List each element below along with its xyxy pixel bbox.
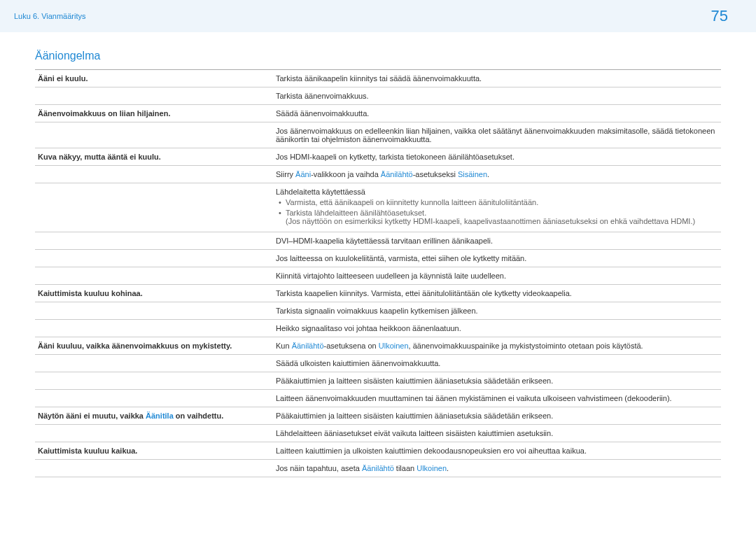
problem-label: Näytön ääni ei muutu, vaikka Äänitila on… bbox=[35, 407, 273, 425]
problem-label: Ääni kuuluu, vaikka äänenvoimakkuus on m… bbox=[35, 337, 273, 355]
ui-term: Äänilähtö bbox=[362, 464, 394, 472]
solution-text: Tarkista signaalin voimakkuus kaapelin k… bbox=[273, 302, 721, 320]
problem-label bbox=[35, 372, 273, 390]
problem-label bbox=[35, 425, 273, 442]
problem-label bbox=[35, 355, 273, 372]
problem-label bbox=[35, 122, 273, 148]
problem-label bbox=[35, 232, 273, 250]
table-row: Kiinnitä virtajohto laitteeseen uudellee… bbox=[35, 267, 721, 285]
table-row: Näytön ääni ei muutu, vaikka Äänitila on… bbox=[35, 407, 721, 425]
list-item: Tarkista lähdelaitteen äänilähtöasetukse… bbox=[276, 209, 718, 225]
solution-text: Tarkista äänikaapelin kiinnitys tai sääd… bbox=[273, 70, 721, 87]
problem-label bbox=[35, 320, 273, 337]
table-row: Äänenvoimakkuus on liian hiljainen. Sääd… bbox=[35, 105, 721, 122]
problem-label bbox=[35, 87, 273, 105]
solution-text: Jos äänenvoimakkuus on edelleenkin liian… bbox=[273, 122, 721, 148]
solution-text: Kiinnitä virtajohto laitteeseen uudellee… bbox=[273, 267, 721, 285]
problem-label bbox=[35, 250, 273, 267]
page-number: 75 bbox=[711, 7, 742, 25]
solution-text: Lähdelaitteen ääniasetukset eivät vaikut… bbox=[273, 425, 721, 442]
solution-text: Heikko signaalitaso voi johtaa heikkoon … bbox=[273, 320, 721, 337]
section-title: Ääniongelma bbox=[35, 50, 721, 62]
table-row: Ääni ei kuulu. Tarkista äänikaapelin kii… bbox=[35, 70, 721, 87]
bullet-list: Varmista, että äänikaapeli on kiinnitett… bbox=[276, 198, 718, 225]
table-row: Pääkaiuttimien ja laitteen sisäisten kai… bbox=[35, 372, 721, 390]
problem-label bbox=[35, 302, 273, 320]
ui-term: Äänilähtö bbox=[381, 170, 413, 178]
table-row: Laitteen äänenvoimakkuuden muuttaminen t… bbox=[35, 390, 721, 407]
solution-text: Jos HDMI-kaapeli on kytketty, tarkista t… bbox=[273, 148, 721, 166]
ui-term: Ulkoinen bbox=[379, 342, 409, 350]
problem-label: Kaiuttimista kuuluu kaikua. bbox=[35, 442, 273, 460]
ui-term: Ääni bbox=[295, 170, 311, 178]
table-row: Ääni kuuluu, vaikka äänenvoimakkuus on m… bbox=[35, 337, 721, 355]
table-row: Kaiuttimista kuuluu kohinaa. Tarkista ka… bbox=[35, 285, 721, 302]
solution-text: Pääkaiuttimien ja laitteen sisäisten kai… bbox=[273, 372, 721, 390]
solution-text: Lähdelaitetta käytettäessä Varmista, ett… bbox=[273, 183, 721, 232]
solution-text: Jos näin tapahtuu, aseta Äänilähtö tilaa… bbox=[273, 460, 721, 477]
table-row: Kuva näkyy, mutta ääntä ei kuulu. Jos HD… bbox=[35, 148, 721, 166]
ui-term: Sisäinen bbox=[458, 170, 487, 178]
table-row: Jos laitteessa on kuulokeliitäntä, varmi… bbox=[35, 250, 721, 267]
problem-label bbox=[35, 183, 273, 232]
ui-term: Äänitila bbox=[146, 412, 174, 420]
table-row: Tarkista äänenvoimakkuus. bbox=[35, 87, 721, 105]
solution-text: Jos laitteessa on kuulokeliitäntä, varmi… bbox=[273, 250, 721, 267]
problem-label bbox=[35, 460, 273, 477]
problem-label: Ääni ei kuulu. bbox=[35, 70, 273, 87]
problem-label bbox=[35, 390, 273, 407]
problem-label: Kaiuttimista kuuluu kohinaa. bbox=[35, 285, 273, 302]
page-header: Luku 6. Vianmääritys 75 bbox=[0, 0, 756, 32]
table-row: Säädä ulkoisten kaiuttimien äänenvoimakk… bbox=[35, 355, 721, 372]
problem-label bbox=[35, 166, 273, 183]
solution-text: Kun Äänilähtö-asetuksena on Ulkoinen, ää… bbox=[273, 337, 721, 355]
solution-text: Siirry Ääni-valikkoon ja vaihda Ääniläht… bbox=[273, 166, 721, 183]
solution-text: Laitteen kaiuttimien ja ulkoisten kaiutt… bbox=[273, 442, 721, 460]
ui-term: Ulkoinen bbox=[416, 464, 447, 472]
problem-label bbox=[35, 267, 273, 285]
list-item: Varmista, että äänikaapeli on kiinnitett… bbox=[276, 198, 718, 206]
table-row: Tarkista signaalin voimakkuus kaapelin k… bbox=[35, 302, 721, 320]
breadcrumb: Luku 6. Vianmääritys bbox=[14, 12, 86, 20]
solution-text: Laitteen äänenvoimakkuuden muuttaminen t… bbox=[273, 390, 721, 407]
table-row: Siirry Ääni-valikkoon ja vaihda Ääniläht… bbox=[35, 166, 721, 183]
problem-label: Kuva näkyy, mutta ääntä ei kuulu. bbox=[35, 148, 273, 166]
solution-text: Säädä äänenvoimakkuutta. bbox=[273, 105, 721, 122]
table-row: Jos äänenvoimakkuus on edelleenkin liian… bbox=[35, 122, 721, 148]
problem-label: Äänenvoimakkuus on liian hiljainen. bbox=[35, 105, 273, 122]
solution-text: Tarkista äänenvoimakkuus. bbox=[273, 87, 721, 105]
table-row: Lähdelaitetta käytettäessä Varmista, ett… bbox=[35, 183, 721, 232]
table-row: Lähdelaitteen ääniasetukset eivät vaikut… bbox=[35, 425, 721, 442]
table-row: Heikko signaalitaso voi johtaa heikkoon … bbox=[35, 320, 721, 337]
subheading: Lähdelaitetta käytettäessä bbox=[276, 188, 718, 196]
table-row: DVI–HDMI-kaapelia käytettäessä tarvitaan… bbox=[35, 232, 721, 250]
table-row: Jos näin tapahtuu, aseta Äänilähtö tilaa… bbox=[35, 460, 721, 477]
page-content: Ääniongelma Ääni ei kuulu. Tarkista ääni… bbox=[0, 32, 756, 495]
troubleshooting-table: Ääni ei kuulu. Tarkista äänikaapelin kii… bbox=[35, 69, 721, 477]
solution-text: DVI–HDMI-kaapelia käytettäessä tarvitaan… bbox=[273, 232, 721, 250]
solution-text: Pääkaiuttimien ja laitteen sisäisten kai… bbox=[273, 407, 721, 425]
table-row: Kaiuttimista kuuluu kaikua. Laitteen kai… bbox=[35, 442, 721, 460]
solution-text: Säädä ulkoisten kaiuttimien äänenvoimakk… bbox=[273, 355, 721, 372]
ui-term: Äänilähtö bbox=[292, 342, 324, 350]
solution-text: Tarkista kaapelien kiinnitys. Varmista, … bbox=[273, 285, 721, 302]
